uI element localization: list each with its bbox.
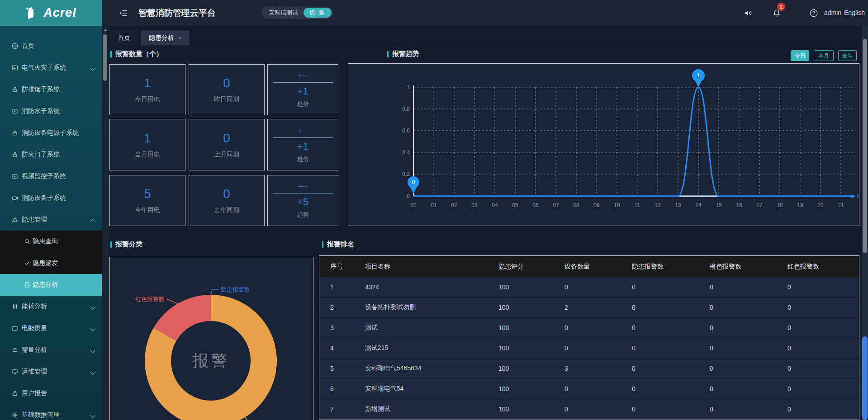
table-cell: 0 (632, 385, 710, 392)
fraction-divider (273, 137, 333, 138)
stat-label: 当月用电 (135, 151, 160, 159)
collapse-menu-icon[interactable] (119, 8, 128, 18)
trend-numerator: +-- (298, 127, 308, 134)
x-tick-label: 13 (675, 202, 681, 208)
sidebar-item-2[interactable]: 电气火灾子系统 (0, 57, 102, 79)
stat-label: 昨日同期 (214, 95, 239, 104)
table-cell: 设备拓扑测试勿删 (365, 303, 498, 311)
tab-label: 首页 (118, 34, 130, 42)
range-button-本月[interactable]: 本月 (814, 50, 834, 61)
x-tick-label: 20 (817, 202, 824, 208)
alarm-category-chart: 报警隐患报警数红色报警数 (110, 257, 313, 420)
sidebar-scrollbar-thumb[interactable] (103, 34, 107, 81)
table-row: 3测试1000000 (319, 318, 859, 338)
table-cell: 2 (564, 304, 632, 311)
logo: Acrel (0, 0, 102, 26)
y-tick-label: 0.4 (402, 149, 410, 156)
sidebar-item-5[interactable]: 消防设备电源子系统 (0, 122, 102, 144)
user-menu[interactable]: admin (824, 0, 841, 26)
page-scrollbar (862, 26, 868, 420)
sidebar-item-11[interactable]: 电能质量 (0, 317, 102, 339)
stat-card: 1当月用电 (109, 119, 185, 170)
sidebar-item-label: 消防水子系统 (22, 107, 60, 115)
tab-首页[interactable]: 首页 (110, 30, 138, 45)
language-switch[interactable]: English (844, 0, 865, 26)
page-scrollbar-thumb[interactable] (863, 39, 867, 253)
sidebar-item-7[interactable]: 视频监控子系统 (0, 165, 102, 187)
trend-value: +5 (297, 196, 308, 208)
column-header-4: 设备数量 (564, 263, 632, 271)
x-tick-label: 17 (756, 202, 763, 208)
table-cell: 0 (787, 385, 859, 392)
x-tick-label: 21 (838, 202, 844, 208)
sidebar-subitem-隐患分析[interactable]: 隐患分析 (0, 274, 102, 296)
sidebar-item-6[interactable]: 防火门子系统 (0, 144, 102, 165)
range-button-全年[interactable]: 全年 (838, 50, 857, 61)
chart-icon (11, 64, 19, 71)
current-project-name: 安科瑞测试 (269, 9, 298, 17)
sidebar-subitem-隐患查询[interactable]: 隐患查询 (0, 231, 102, 252)
sidebar-item-8[interactable]: 消防设备子系统 (0, 187, 102, 209)
table-cell: 安科瑞电气54 (365, 385, 498, 393)
sliders-icon (11, 303, 19, 310)
table-cell: 0 (564, 406, 632, 413)
sidebar-subitem-隐患派发[interactable]: 隐患派发 (0, 252, 102, 274)
search-icon (24, 238, 31, 245)
warning-icon (11, 216, 19, 223)
play-icon (11, 173, 19, 180)
column-header-5: 隐患报警数 (632, 263, 710, 271)
table-cell: 100 (498, 385, 564, 392)
table-row: 4测试2151000000 (319, 338, 859, 359)
sidebar-item-3[interactable]: 防排烟子系统 (0, 79, 102, 100)
page-scrollbar-bottom-thumb[interactable] (862, 336, 868, 420)
sidebar-item-10[interactable]: 能耗分析 (0, 296, 102, 317)
alarm-trend-title: 报警趋势 (387, 50, 419, 58)
table-cell: 0 (710, 406, 787, 413)
table-row: 6安科瑞电气541000000 (319, 379, 859, 399)
stat-card: 5今年用电 (109, 175, 185, 226)
tab-隐患分析[interactable]: 隐患分析× (141, 30, 190, 45)
play-icon (11, 108, 19, 115)
y-tick-label: 0.8 (402, 106, 410, 112)
tab-label: 隐患分析 (149, 34, 174, 42)
table-cell: 100 (498, 324, 564, 331)
sidebar-item-label: 电能质量 (22, 324, 47, 332)
table-cell: 0 (632, 365, 710, 372)
axis-end-label: 0.05 (857, 194, 859, 199)
sidebar-item-12[interactable]: 需量分析 (0, 339, 102, 361)
notification-badge: 2 (777, 3, 785, 11)
table-cell: 0 (632, 324, 710, 331)
close-tab-icon[interactable]: × (178, 34, 182, 41)
sidebar-item-4[interactable]: 消防水子系统 (0, 100, 102, 122)
switch-project-button[interactable]: 切 换 (304, 8, 332, 18)
x-tick-label: 09 (593, 202, 600, 208)
title-accent-bar (322, 241, 323, 248)
alarm-category-title: 报警分类 (110, 240, 142, 249)
doc-icon (24, 281, 31, 288)
sidebar-item-13[interactable]: 运维管理 (0, 361, 102, 382)
alarm-count-title: 报警数量（个） (110, 50, 163, 58)
table-row: 7新增测试1000000 (319, 399, 859, 420)
table-cell: 测试215 (365, 344, 498, 352)
stat-value: 5 (144, 187, 151, 201)
slice-label: 隐患报警数 (221, 286, 250, 293)
stat-value: 1 (144, 76, 151, 90)
x-tick-label: 02 (451, 202, 457, 208)
sidebar-item-9[interactable]: 隐患管理 (0, 209, 102, 231)
scroll-up-arrow-icon[interactable]: ▲ (103, 27, 108, 32)
sidebar-item-label: 能耗分析 (22, 302, 47, 311)
help-icon[interactable] (809, 8, 819, 18)
volume-icon[interactable] (743, 8, 753, 18)
sidebar-item-14[interactable]: 用户报告 (0, 382, 102, 404)
x-tick-label: 11 (635, 202, 640, 208)
x-tick-label: 03 (471, 202, 478, 208)
calendar-icon (11, 325, 19, 332)
table-cell: 0 (564, 324, 632, 331)
sidebar-item-1[interactable]: 首页 (0, 35, 102, 57)
table-cell: 0 (787, 344, 859, 352)
table-cell: 0 (710, 344, 787, 352)
y-tick-label: 1 (407, 84, 410, 90)
chevron-up-icon (90, 219, 95, 224)
sidebar-item-15[interactable]: 基础数据管理 (0, 404, 102, 420)
range-button-今日[interactable]: 今日 (791, 50, 809, 61)
